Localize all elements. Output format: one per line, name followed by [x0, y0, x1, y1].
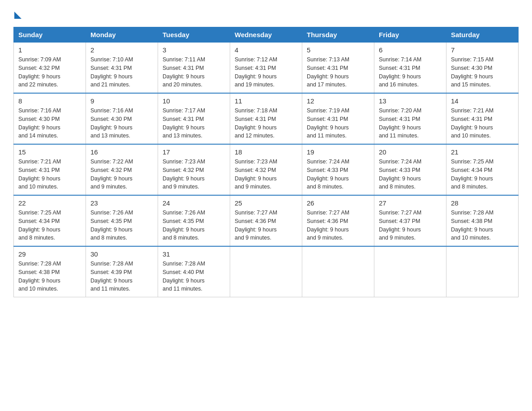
day-info: Sunrise: 7:26 AMSunset: 4:35 PMDaylight:… [90, 209, 153, 242]
day-info: Sunrise: 7:28 AMSunset: 4:38 PMDaylight:… [451, 209, 514, 242]
header-monday: Monday [86, 27, 158, 43]
calendar-cell: 26 Sunrise: 7:27 AMSunset: 4:36 PMDaylig… [302, 195, 374, 246]
day-number: 2 [90, 46, 153, 54]
day-number: 29 [18, 250, 81, 258]
day-number: 4 [235, 46, 297, 54]
day-number: 11 [235, 97, 297, 105]
day-info: Sunrise: 7:25 AMSunset: 4:34 PMDaylight:… [18, 209, 81, 242]
calendar-cell: 14 Sunrise: 7:21 AMSunset: 4:31 PMDaylig… [446, 93, 519, 144]
day-number: 17 [163, 148, 225, 156]
calendar-week-4: 22 Sunrise: 7:25 AMSunset: 4:34 PMDaylig… [14, 195, 519, 246]
day-number: 1 [18, 46, 81, 54]
calendar-cell: 22 Sunrise: 7:25 AMSunset: 4:34 PMDaylig… [14, 195, 86, 246]
day-number: 7 [451, 46, 514, 54]
day-info: Sunrise: 7:13 AMSunset: 4:31 PMDaylight:… [307, 56, 369, 89]
day-info: Sunrise: 7:28 AMSunset: 4:40 PMDaylight:… [163, 260, 225, 293]
day-info: Sunrise: 7:28 AMSunset: 4:38 PMDaylight:… [18, 260, 81, 293]
day-number: 13 [379, 97, 442, 105]
day-info: Sunrise: 7:14 AMSunset: 4:31 PMDaylight:… [379, 56, 442, 89]
calendar-cell: 28 Sunrise: 7:28 AMSunset: 4:38 PMDaylig… [446, 195, 519, 246]
day-info: Sunrise: 7:27 AMSunset: 4:36 PMDaylight:… [235, 209, 297, 242]
calendar-cell: 19 Sunrise: 7:24 AMSunset: 4:33 PMDaylig… [302, 144, 374, 195]
day-info: Sunrise: 7:28 AMSunset: 4:39 PMDaylight:… [90, 260, 153, 293]
day-info: Sunrise: 7:24 AMSunset: 4:33 PMDaylight:… [307, 158, 369, 191]
calendar-cell: 20 Sunrise: 7:24 AMSunset: 4:33 PMDaylig… [374, 144, 446, 195]
day-number: 14 [451, 97, 514, 105]
day-number: 12 [307, 97, 369, 105]
header-wednesday: Wednesday [230, 27, 302, 43]
day-number: 30 [90, 250, 153, 258]
header-friday: Friday [374, 27, 446, 43]
calendar-cell: 5 Sunrise: 7:13 AMSunset: 4:31 PMDayligh… [302, 43, 374, 94]
calendar-week-2: 8 Sunrise: 7:16 AMSunset: 4:30 PMDayligh… [14, 93, 519, 144]
calendar-cell: 16 Sunrise: 7:22 AMSunset: 4:32 PMDaylig… [86, 144, 158, 195]
day-info: Sunrise: 7:26 AMSunset: 4:35 PMDaylight:… [163, 209, 225, 242]
day-info: Sunrise: 7:22 AMSunset: 4:32 PMDaylight:… [90, 158, 153, 191]
day-info: Sunrise: 7:24 AMSunset: 4:33 PMDaylight:… [379, 158, 442, 191]
calendar-cell: 25 Sunrise: 7:27 AMSunset: 4:36 PMDaylig… [230, 195, 302, 246]
calendar-cell: 6 Sunrise: 7:14 AMSunset: 4:31 PMDayligh… [374, 43, 446, 94]
day-info: Sunrise: 7:16 AMSunset: 4:30 PMDaylight:… [90, 107, 153, 140]
day-info: Sunrise: 7:27 AMSunset: 4:37 PMDaylight:… [379, 209, 442, 242]
day-number: 26 [307, 199, 369, 207]
day-info: Sunrise: 7:27 AMSunset: 4:36 PMDaylight:… [307, 209, 369, 242]
calendar-cell [446, 246, 519, 297]
day-number: 10 [163, 97, 225, 105]
calendar-body: 1 Sunrise: 7:09 AMSunset: 4:32 PMDayligh… [14, 43, 519, 297]
logo-arrow-icon [14, 12, 21, 19]
day-info: Sunrise: 7:11 AMSunset: 4:31 PMDaylight:… [163, 56, 225, 89]
day-number: 6 [379, 46, 442, 54]
day-number: 25 [235, 199, 297, 207]
day-number: 21 [451, 148, 514, 156]
day-number: 8 [18, 97, 81, 105]
calendar-cell: 24 Sunrise: 7:26 AMSunset: 4:35 PMDaylig… [158, 195, 230, 246]
day-number: 20 [379, 148, 442, 156]
day-info: Sunrise: 7:16 AMSunset: 4:30 PMDaylight:… [18, 107, 81, 140]
logo [13, 9, 21, 18]
calendar-cell: 11 Sunrise: 7:18 AMSunset: 4:31 PMDaylig… [230, 93, 302, 144]
day-info: Sunrise: 7:23 AMSunset: 4:32 PMDaylight:… [235, 158, 297, 191]
page-header [13, 9, 519, 18]
day-number: 16 [90, 148, 153, 156]
header-saturday: Saturday [446, 27, 519, 43]
calendar-cell [374, 246, 446, 297]
calendar-table: Sunday Monday Tuesday Wednesday Thursday… [13, 27, 519, 297]
day-number: 19 [307, 148, 369, 156]
day-info: Sunrise: 7:15 AMSunset: 4:30 PMDaylight:… [451, 56, 514, 89]
header-thursday: Thursday [302, 27, 374, 43]
day-number: 23 [90, 199, 153, 207]
calendar-cell: 21 Sunrise: 7:25 AMSunset: 4:34 PMDaylig… [446, 144, 519, 195]
day-info: Sunrise: 7:17 AMSunset: 4:31 PMDaylight:… [163, 107, 225, 140]
day-number: 31 [163, 250, 225, 258]
calendar-cell: 31 Sunrise: 7:28 AMSunset: 4:40 PMDaylig… [158, 246, 230, 297]
day-number: 27 [379, 199, 442, 207]
calendar-cell [302, 246, 374, 297]
calendar-cell: 10 Sunrise: 7:17 AMSunset: 4:31 PMDaylig… [158, 93, 230, 144]
calendar-cell: 3 Sunrise: 7:11 AMSunset: 4:31 PMDayligh… [158, 43, 230, 94]
calendar-cell: 7 Sunrise: 7:15 AMSunset: 4:30 PMDayligh… [446, 43, 519, 94]
calendar-week-3: 15 Sunrise: 7:21 AMSunset: 4:31 PMDaylig… [14, 144, 519, 195]
calendar-cell: 29 Sunrise: 7:28 AMSunset: 4:38 PMDaylig… [14, 246, 86, 297]
calendar-cell [230, 246, 302, 297]
day-info: Sunrise: 7:20 AMSunset: 4:31 PMDaylight:… [379, 107, 442, 140]
calendar-cell: 13 Sunrise: 7:20 AMSunset: 4:31 PMDaylig… [374, 93, 446, 144]
day-number: 15 [18, 148, 81, 156]
calendar-cell: 23 Sunrise: 7:26 AMSunset: 4:35 PMDaylig… [86, 195, 158, 246]
day-number: 22 [18, 199, 81, 207]
calendar-cell: 30 Sunrise: 7:28 AMSunset: 4:39 PMDaylig… [86, 246, 158, 297]
calendar-cell: 17 Sunrise: 7:23 AMSunset: 4:32 PMDaylig… [158, 144, 230, 195]
calendar-cell: 2 Sunrise: 7:10 AMSunset: 4:31 PMDayligh… [86, 43, 158, 94]
day-number: 28 [451, 199, 514, 207]
calendar-cell: 8 Sunrise: 7:16 AMSunset: 4:30 PMDayligh… [14, 93, 86, 144]
day-number: 5 [307, 46, 369, 54]
day-number: 18 [235, 148, 297, 156]
day-number: 24 [163, 199, 225, 207]
calendar-week-1: 1 Sunrise: 7:09 AMSunset: 4:32 PMDayligh… [14, 43, 519, 94]
day-info: Sunrise: 7:18 AMSunset: 4:31 PMDaylight:… [235, 107, 297, 140]
calendar-cell: 27 Sunrise: 7:27 AMSunset: 4:37 PMDaylig… [374, 195, 446, 246]
calendar-cell: 1 Sunrise: 7:09 AMSunset: 4:32 PMDayligh… [14, 43, 86, 94]
day-info: Sunrise: 7:12 AMSunset: 4:31 PMDaylight:… [235, 56, 297, 89]
calendar-week-5: 29 Sunrise: 7:28 AMSunset: 4:38 PMDaylig… [14, 246, 519, 297]
day-number: 9 [90, 97, 153, 105]
calendar-cell: 18 Sunrise: 7:23 AMSunset: 4:32 PMDaylig… [230, 144, 302, 195]
